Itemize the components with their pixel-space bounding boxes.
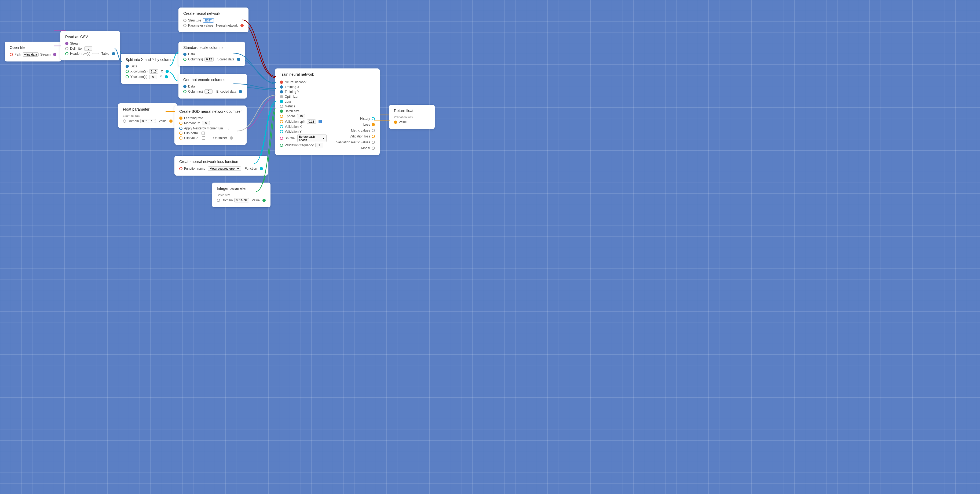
- port-header-in: [65, 52, 68, 55]
- node-float-param: Float parameter Learning rate Domain 0.0…: [118, 104, 177, 128]
- node-loss-fn: Create neural network loss function Func…: [174, 156, 268, 175]
- port-data-in: [126, 65, 129, 68]
- node-train-nn: Train neural network Neural network Trai…: [275, 69, 380, 155]
- node-onehot: One-hot encode columns Data Column(s) 0 …: [178, 74, 247, 99]
- node-title-open-file: Open file: [10, 45, 56, 50]
- node-title-return-float: Return float: [394, 108, 430, 113]
- clipnorm-checkbox[interactable]: [202, 132, 205, 135]
- port-momentum-in: [179, 122, 183, 125]
- port-loss-in: [280, 100, 283, 103]
- port-valy-in: [280, 130, 283, 133]
- clipvalue-checkbox[interactable]: [202, 136, 205, 140]
- node-split-xy: Split into X and Y by columns Data X col…: [121, 54, 180, 84]
- node-title-split-xy: Split into X and Y by columns: [126, 57, 175, 62]
- port-lr-in: [179, 116, 183, 120]
- port-clipvalue-in: [179, 136, 183, 140]
- node-return-float: Return float Validation loss Value: [389, 105, 435, 129]
- node-title-sgd: Create SGD neural network optimizer: [179, 109, 242, 113]
- port-xcol-in: [126, 70, 129, 73]
- node-title-standard-scale: Standard scale columns: [183, 45, 240, 50]
- port-trainx-in: [280, 85, 283, 89]
- port-history-out: [372, 117, 375, 120]
- port-value-in: [394, 121, 397, 124]
- nesterov-checkbox[interactable]: [226, 127, 229, 130]
- port-domain-in: [123, 120, 126, 123]
- shuffle-select[interactable]: Before each epoch ▼: [298, 134, 326, 142]
- port-epochs-in: [280, 115, 283, 118]
- node-int-param: Integer parameter Batch size Domain 8, 1…: [212, 183, 270, 207]
- port-domain-in: [217, 199, 220, 202]
- port-batch-in: [280, 110, 283, 113]
- port-x-out: [165, 70, 169, 73]
- port-valsplit-in: [280, 120, 283, 123]
- node-create-nn: Create neural network Structure EDIT Par…: [178, 8, 248, 32]
- port-valfreq-in: [280, 143, 283, 147]
- node-title-onehot: One-hot encode columns: [183, 78, 242, 82]
- edit-button[interactable]: EDIT: [203, 18, 214, 22]
- port-encoded-out: [239, 90, 242, 93]
- port-scaled-out: [237, 58, 240, 61]
- node-title-loss-fn: Create neural network loss function: [179, 159, 263, 164]
- port-function-out: [260, 167, 263, 170]
- port-nesterov-in: [179, 127, 183, 130]
- port-value-out: [169, 120, 173, 123]
- port-delim-in: [65, 47, 68, 50]
- port-stream-out: [53, 53, 56, 56]
- port-metric-out: [372, 129, 375, 132]
- port-loss-out: [372, 123, 375, 126]
- node-title-read-csv: Read as CSV: [65, 35, 115, 39]
- port-data-in: [183, 85, 186, 88]
- node-standard-scale: Standard scale columns Data Column(s) 0:…: [178, 41, 245, 66]
- port-nn-out: [240, 24, 243, 27]
- node-open-file: Open file Path wine.data Stream: [5, 41, 61, 62]
- port-y-out: [165, 75, 168, 78]
- node-title-create-nn: Create neural network: [183, 11, 243, 16]
- port-trainy-in: [280, 90, 283, 93]
- node-read-csv: Read as CSV Stream Delimiter , Header ro…: [60, 31, 120, 61]
- node-title-float-param: Float parameter: [123, 107, 173, 112]
- function-select[interactable]: Mean squared error ▼: [208, 166, 241, 171]
- port-clipnorm-in: [179, 132, 183, 135]
- port-params-in: [183, 24, 186, 27]
- port-cols-in: [183, 90, 186, 93]
- port-structure-in: [183, 19, 186, 22]
- port-data-in: [183, 53, 186, 56]
- node-title-int-param: Integer parameter: [217, 186, 266, 191]
- port-stream-in: [65, 42, 68, 45]
- port-model-out: [372, 147, 375, 150]
- port-shuffle-in: [280, 137, 283, 140]
- port-optimizer-in: [280, 95, 283, 98]
- port-ycol-in: [126, 75, 129, 78]
- port-cols-in: [183, 58, 186, 61]
- val-split-checkbox[interactable]: [318, 120, 322, 123]
- port-optimizer-out: [230, 136, 233, 140]
- port-valmetric-out: [372, 141, 375, 144]
- port-valx-in: [280, 125, 283, 128]
- port-fnname-in: [179, 167, 183, 170]
- node-title-train-nn: Train neural network: [280, 72, 375, 76]
- port-value-out: [262, 199, 266, 202]
- port-nn-in: [280, 81, 283, 84]
- port-table-out: [112, 52, 115, 55]
- port-valloss-out: [372, 135, 375, 138]
- port-path-in: [10, 53, 13, 56]
- port-metrics-in: [280, 105, 283, 108]
- node-sgd-optimizer: Create SGD neural network optimizer Lear…: [174, 105, 247, 145]
